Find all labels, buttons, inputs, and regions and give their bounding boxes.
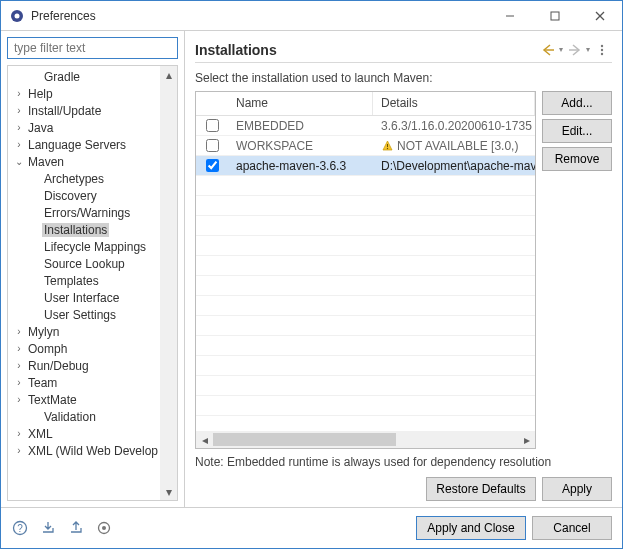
svg-point-7 (601, 48, 603, 50)
back-button[interactable] (538, 41, 558, 59)
tree-item[interactable]: Archetypes (8, 170, 160, 187)
close-button[interactable] (577, 1, 622, 30)
table-row-empty (196, 336, 535, 356)
chevron-right-icon[interactable]: › (12, 394, 26, 405)
back-dropdown-icon[interactable]: ▾ (559, 45, 563, 54)
table-row-empty (196, 216, 535, 236)
tree-item-label: Installations (42, 223, 109, 237)
hscroll-track[interactable] (213, 431, 518, 448)
dialog-footer: ? Apply and Close Cancel (1, 507, 622, 548)
filter-input[interactable] (8, 38, 177, 58)
chevron-right-icon[interactable]: › (12, 343, 26, 354)
svg-text:?: ? (17, 523, 23, 534)
row-checkbox[interactable] (206, 159, 219, 172)
tree-item[interactable]: Discovery (8, 187, 160, 204)
scroll-down-icon[interactable]: ▾ (160, 483, 177, 500)
tree-item[interactable]: Gradle (8, 68, 160, 85)
tree-item[interactable]: Templates (8, 272, 160, 289)
table-row-empty (196, 376, 535, 396)
scroll-left-icon[interactable]: ◂ (196, 431, 213, 448)
scroll-up-icon[interactable]: ▴ (160, 66, 177, 83)
tree-item[interactable]: ›Language Servers (8, 136, 160, 153)
hscroll-thumb[interactable] (213, 433, 396, 446)
chevron-right-icon[interactable]: › (12, 139, 26, 150)
table-row[interactable]: WORKSPACENOT AVAILABLE [3.0,) (196, 136, 535, 156)
tree-item[interactable]: User Settings (8, 306, 160, 323)
tree-item[interactable]: Installations (8, 221, 160, 238)
tree-item[interactable]: ›XML (8, 425, 160, 442)
chevron-right-icon[interactable]: › (12, 377, 26, 388)
tree-item[interactable]: ›Help (8, 85, 160, 102)
table-row[interactable]: apache-maven-3.6.3D:\Development\apache-… (196, 156, 535, 176)
tree-item[interactable]: ›Mylyn (8, 323, 160, 340)
row-checkbox[interactable] (206, 119, 219, 132)
table-row-empty (196, 316, 535, 336)
table-row-empty (196, 256, 535, 276)
remove-button[interactable]: Remove (542, 147, 612, 171)
col-name[interactable]: Name (228, 92, 373, 115)
svg-point-10 (386, 148, 387, 149)
forward-dropdown-icon[interactable]: ▾ (586, 45, 590, 54)
note-text: Note: Embedded runtime is always used fo… (195, 455, 612, 469)
tree-item-label: Install/Update (26, 104, 103, 118)
import-icon[interactable] (39, 519, 57, 537)
tree-item[interactable]: Validation (8, 408, 160, 425)
chevron-right-icon[interactable]: › (12, 428, 26, 439)
tree-item[interactable]: Lifecycle Mappings (8, 238, 160, 255)
col-details[interactable]: Details (373, 92, 535, 115)
tree-item-label: User Interface (42, 291, 121, 305)
chevron-right-icon[interactable]: › (12, 122, 26, 133)
row-name: apache-maven-3.6.3 (228, 159, 373, 173)
restore-defaults-button[interactable]: Restore Defaults (426, 477, 536, 501)
chevron-right-icon[interactable]: › (12, 445, 26, 456)
tree-scrollbar[interactable]: ▴ ▾ (160, 66, 177, 500)
svg-point-1 (15, 13, 20, 18)
table-hscroll[interactable]: ◂ ▸ (196, 431, 535, 448)
apply-button[interactable]: Apply (542, 477, 612, 501)
table-body[interactable]: EMBEDDED3.6.3/1.16.0.20200610-1735WORKSP… (196, 116, 535, 431)
forward-button[interactable] (565, 41, 585, 59)
tree-item-label: Source Lookup (42, 257, 127, 271)
export-icon[interactable] (67, 519, 85, 537)
edit-button[interactable]: Edit... (542, 119, 612, 143)
table-row[interactable]: EMBEDDED3.6.3/1.16.0.20200610-1735 (196, 116, 535, 136)
tree-item[interactable]: ›Run/Debug (8, 357, 160, 374)
tree-item[interactable]: ›XML (Wild Web Develop (8, 442, 160, 459)
tree-item-label: Validation (42, 410, 98, 424)
help-icon[interactable]: ? (11, 519, 29, 537)
chevron-right-icon[interactable]: › (12, 360, 26, 371)
table-row-empty (196, 236, 535, 256)
scroll-right-icon[interactable]: ▸ (518, 431, 535, 448)
app-icon (9, 8, 25, 24)
chevron-right-icon[interactable]: › (12, 88, 26, 99)
row-checkbox[interactable] (206, 139, 219, 152)
tree-item[interactable]: Source Lookup (8, 255, 160, 272)
tree-item[interactable]: ›Java (8, 119, 160, 136)
tree-item[interactable]: Errors/Warnings (8, 204, 160, 221)
maximize-button[interactable] (532, 1, 577, 30)
page-buttons: Restore Defaults Apply (195, 477, 612, 501)
tree-item-label: Help (26, 87, 55, 101)
table-row-empty (196, 396, 535, 416)
tree-item-label: Templates (42, 274, 101, 288)
minimize-button[interactable] (487, 1, 532, 30)
chevron-down-icon[interactable]: ⌄ (12, 156, 26, 167)
tree-item[interactable]: ⌄Maven (8, 153, 160, 170)
tree-item-label: XML (Wild Web Develop (26, 444, 160, 458)
oomph-icon[interactable] (95, 519, 113, 537)
apply-and-close-button[interactable]: Apply and Close (416, 516, 526, 540)
cancel-button[interactable]: Cancel (532, 516, 612, 540)
row-checkbox-cell (196, 119, 228, 132)
preferences-tree[interactable]: Gradle›Help›Install/Update›Java›Language… (8, 66, 160, 500)
tree-item[interactable]: ›Install/Update (8, 102, 160, 119)
row-checkbox-cell (196, 159, 228, 172)
tree-item[interactable]: ›Oomph (8, 340, 160, 357)
add-button[interactable]: Add... (542, 91, 612, 115)
tree-item[interactable]: ›TextMate (8, 391, 160, 408)
tree-item[interactable]: ›Team (8, 374, 160, 391)
chevron-right-icon[interactable]: › (12, 105, 26, 116)
menu-button[interactable] (592, 41, 612, 59)
tree-item[interactable]: User Interface (8, 289, 160, 306)
chevron-right-icon[interactable]: › (12, 326, 26, 337)
tree-item-label: Errors/Warnings (42, 206, 132, 220)
